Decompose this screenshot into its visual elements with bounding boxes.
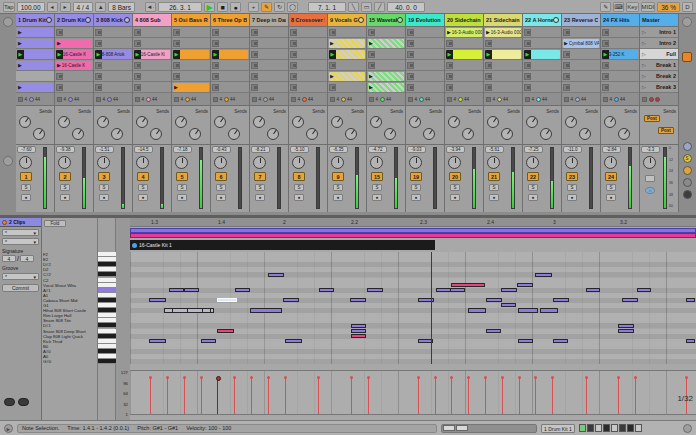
pan-knob[interactable] bbox=[409, 156, 422, 169]
clip-stop-button[interactable] bbox=[251, 29, 258, 36]
midi-overdub-button[interactable]: + bbox=[248, 2, 259, 12]
pan-knob[interactable] bbox=[175, 156, 188, 169]
clip-stop-button[interactable] bbox=[134, 84, 141, 91]
clip-slot[interactable] bbox=[406, 27, 444, 38]
send-a-knob[interactable] bbox=[448, 116, 460, 128]
velocity-stem[interactable] bbox=[184, 378, 185, 414]
piano-key[interactable] bbox=[98, 359, 116, 364]
midi-note[interactable] bbox=[351, 329, 366, 333]
velocity-stem[interactable] bbox=[435, 378, 436, 414]
clip-stop-button[interactable] bbox=[368, 62, 375, 69]
arm-preview-button[interactable]: ● bbox=[99, 194, 109, 201]
clip[interactable]: ▶ bbox=[173, 83, 209, 92]
clip-slot[interactable]: ▶ bbox=[16, 60, 54, 71]
send-a-knob[interactable] bbox=[97, 116, 109, 128]
device-mini-icon[interactable] bbox=[595, 424, 602, 432]
clip-play-icon[interactable]: ▶ bbox=[17, 83, 23, 92]
clip-play-icon[interactable]: ▶ bbox=[17, 28, 23, 37]
clip-slot[interactable] bbox=[94, 82, 132, 93]
send-a-knob[interactable] bbox=[214, 116, 226, 128]
solo-button[interactable]: S bbox=[216, 184, 226, 191]
track-header[interactable]: 23 Reverse Cymbal bbox=[562, 14, 600, 27]
track-activator-button[interactable]: 4 bbox=[137, 172, 149, 181]
time-signature-field[interactable]: 4 / 4 bbox=[73, 2, 94, 12]
clip-stop-button[interactable] bbox=[173, 73, 180, 80]
clip-slot[interactable] bbox=[406, 49, 444, 60]
clip-stop-button[interactable] bbox=[134, 29, 141, 36]
midi-note[interactable] bbox=[149, 339, 166, 343]
solo-button[interactable]: S bbox=[138, 184, 148, 191]
track-header[interactable]: 5 Osi Bass Rack bbox=[172, 14, 210, 27]
clip-stop-button[interactable] bbox=[329, 29, 336, 36]
clip-slot[interactable]: ▶Cymbal 808 VA5 bbox=[562, 38, 600, 49]
midi-note[interactable] bbox=[501, 303, 516, 307]
send-a-knob[interactable] bbox=[331, 116, 343, 128]
clip-stop-button[interactable] bbox=[251, 40, 258, 47]
send-a-knob[interactable] bbox=[565, 116, 577, 128]
solo-button[interactable]: S bbox=[60, 184, 70, 191]
clip-stop-button[interactable] bbox=[602, 29, 609, 36]
clip-playing[interactable]: ▶ bbox=[173, 50, 209, 59]
clip-slot[interactable] bbox=[94, 71, 132, 82]
arm-preview-button[interactable]: ● bbox=[567, 194, 577, 201]
clip-slot[interactable]: ▶16-Castle K bbox=[55, 60, 93, 71]
clip-playing[interactable]: ▶16-Castle Ki bbox=[134, 50, 170, 59]
clip-slot[interactable]: ▶ bbox=[55, 38, 93, 49]
clip[interactable]: ▶16-3-Audio 000 bbox=[446, 28, 482, 37]
clip-stop-button[interactable] bbox=[290, 84, 297, 91]
arm-preview-button[interactable]: ● bbox=[333, 194, 343, 201]
midi-note[interactable] bbox=[540, 308, 558, 312]
solo-button[interactable]: S bbox=[411, 184, 421, 191]
clip-slot[interactable]: ▶16-3-Audio 000 bbox=[445, 27, 483, 38]
nudge-down-button[interactable]: ◂ bbox=[47, 2, 58, 12]
clip-slot[interactable] bbox=[250, 38, 288, 49]
clip-slot[interactable] bbox=[289, 60, 327, 71]
beat-time-ruler[interactable]: 1.31.422.22.32.433.2 bbox=[130, 218, 696, 227]
device-mini-icon[interactable] bbox=[611, 424, 618, 432]
clip-slot[interactable] bbox=[55, 82, 93, 93]
clip-slot[interactable]: ▶ bbox=[367, 71, 405, 82]
clip-slot[interactable] bbox=[328, 27, 366, 38]
clip-slot[interactable] bbox=[601, 27, 639, 38]
clip-slot[interactable] bbox=[289, 49, 327, 60]
clip-slot[interactable] bbox=[289, 71, 327, 82]
track-header[interactable]: 4 808 Sub bbox=[133, 14, 171, 27]
track-activator-button[interactable]: 24 bbox=[605, 172, 617, 181]
clip-stop-button[interactable] bbox=[446, 84, 453, 91]
clip-stop-button[interactable] bbox=[407, 29, 414, 36]
send-a-post-button[interactable]: Post bbox=[644, 115, 660, 122]
signature-denominator-field[interactable]: 4 bbox=[20, 255, 34, 262]
midi-note[interactable] bbox=[283, 298, 299, 302]
arm-preview-button[interactable]: ● bbox=[372, 194, 382, 201]
velocity-stem[interactable] bbox=[167, 378, 168, 414]
clip-stop-button[interactable] bbox=[290, 40, 297, 47]
clip-stop-button[interactable] bbox=[173, 29, 180, 36]
clip-stop-button[interactable] bbox=[602, 84, 609, 91]
clip[interactable]: ▶ bbox=[17, 83, 53, 92]
clip-slot[interactable] bbox=[367, 27, 405, 38]
clip-stop-button[interactable] bbox=[56, 84, 63, 91]
clip-slot[interactable]: ▶16-3-Audio 000 bbox=[484, 27, 522, 38]
master-side-button[interactable] bbox=[683, 142, 692, 151]
scene-slot[interactable]: ▷Full bbox=[640, 49, 678, 60]
track-activator-button[interactable]: 9 bbox=[332, 172, 344, 181]
pan-knob[interactable] bbox=[58, 156, 71, 169]
track-header[interactable]: 22 A Hornet bbox=[523, 14, 561, 27]
clip-stop-button[interactable] bbox=[251, 73, 258, 80]
clip-stop-button[interactable] bbox=[446, 62, 453, 69]
draw-mode-icon-button[interactable]: ✎ bbox=[600, 2, 611, 12]
track-activator-button[interactable]: 7 bbox=[254, 172, 266, 181]
midi-note[interactable] bbox=[637, 288, 651, 292]
velocity-stem[interactable] bbox=[502, 378, 503, 414]
zoom-handle-left[interactable] bbox=[443, 425, 455, 431]
midi-note[interactable] bbox=[367, 288, 383, 292]
notes-box-toggle[interactable] bbox=[4, 398, 15, 406]
clip-playing[interactable]: ▶8-808 Ariok bbox=[95, 50, 131, 59]
clip-slot[interactable] bbox=[601, 60, 639, 71]
track-stop-all-button[interactable] bbox=[408, 97, 413, 102]
send-b-knob[interactable] bbox=[540, 128, 552, 140]
pan-knob[interactable] bbox=[487, 156, 500, 169]
device-mini-icon[interactable] bbox=[627, 424, 634, 432]
send-a-knob[interactable] bbox=[526, 116, 538, 128]
midi-note[interactable] bbox=[250, 308, 282, 312]
